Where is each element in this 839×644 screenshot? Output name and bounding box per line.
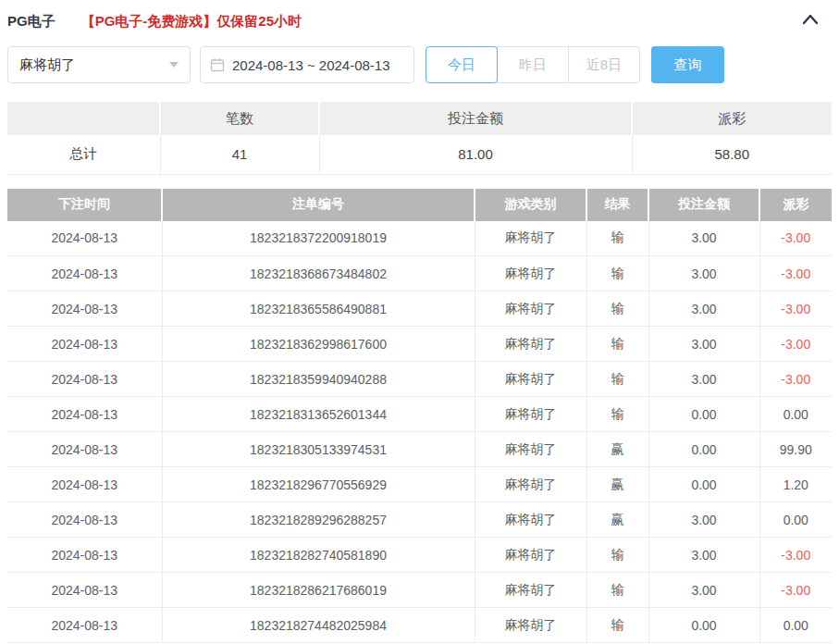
- cell-bet-amount: 0.00: [648, 397, 759, 432]
- cell-result: 输: [586, 573, 648, 608]
- records-table: 下注时间 注单编号 游戏类别 结果 投注金额 派彩 2024-08-131823…: [7, 189, 832, 644]
- promo-notice: 【PG电子-免费游戏】仅保留25小时: [81, 13, 302, 31]
- quick-button-last8days[interactable]: 近8日: [568, 46, 640, 83]
- panel-header: PG电子 【PG电子-免费游戏】仅保留25小时: [7, 0, 832, 39]
- summary-header-count: 笔数: [160, 102, 319, 135]
- cell-game-type: 麻将胡了: [475, 608, 586, 643]
- cell-order-no: 1823218282740581890: [162, 538, 475, 573]
- cell-bet-amount: 3.00: [648, 538, 759, 573]
- cell-order-no: 1823218305133974531: [162, 432, 475, 467]
- cell-bet-time: 2024-08-13: [7, 432, 162, 467]
- cell-bet-amount: 3.00: [648, 362, 759, 397]
- table-row: 2024-08-131823218274482025984麻将胡了输0.000.…: [7, 608, 832, 643]
- cell-result: 输: [586, 291, 648, 327]
- cell-payout: 0.00: [759, 608, 832, 643]
- cell-game-type: 麻将胡了: [475, 221, 586, 256]
- col-header-bet-amount: 投注金额: [648, 189, 759, 221]
- cell-payout: 99.90: [759, 432, 832, 467]
- summary-header-blank: [7, 102, 160, 135]
- cell-bet-time: 2024-08-13: [7, 573, 162, 608]
- cell-payout: -3.00: [759, 256, 832, 291]
- cell-payout: 0.00: [759, 397, 832, 432]
- cell-result: 输: [586, 327, 648, 362]
- summary-table: 笔数 投注金额 派彩 总计 41 81.00 58.80: [7, 102, 832, 175]
- summary-total-row: 总计 41 81.00 58.80: [7, 135, 832, 174]
- panel-title: PG电子: [7, 13, 56, 31]
- cell-bet-time: 2024-08-13: [7, 397, 162, 432]
- cell-payout: -3.00: [759, 573, 832, 608]
- cell-order-no: 1823218313652601344: [162, 397, 475, 432]
- cell-result: 输: [586, 397, 648, 432]
- cell-order-no: 1823218362998617600: [162, 327, 475, 362]
- quick-range-group: 今日 昨日 近8日: [426, 46, 640, 83]
- quick-button-today[interactable]: 今日: [426, 46, 498, 83]
- table-row: 2024-08-131823218289296288257麻将胡了赢3.000.…: [7, 502, 832, 538]
- calendar-icon: [210, 57, 225, 72]
- report-panel: PG电子 【PG电子-免费游戏】仅保留25小时 麻将胡了 2024-08-13 …: [0, 0, 839, 644]
- cell-game-type: 麻将胡了: [475, 397, 586, 432]
- cell-game-type: 麻将胡了: [475, 327, 586, 362]
- cell-order-no: 1823218365586490881: [162, 291, 475, 327]
- cell-payout: -3.00: [759, 362, 832, 397]
- cell-bet-amount: 3.00: [648, 502, 759, 538]
- collapse-button[interactable]: [798, 7, 822, 31]
- cell-result: 输: [586, 256, 648, 291]
- cell-order-no: 1823218296770556929: [162, 467, 475, 502]
- table-row: 2024-08-131823218372200918019麻将胡了输3.00-3…: [7, 221, 832, 256]
- quick-button-yesterday[interactable]: 昨日: [497, 46, 569, 83]
- cell-payout: -3.00: [759, 221, 832, 256]
- game-select[interactable]: 麻将胡了: [7, 46, 191, 83]
- game-select-value: 麻将胡了: [19, 56, 75, 74]
- filter-bar: 麻将胡了 2024-08-13 ~ 2024-08-13 今日 昨日 近8日 查…: [7, 46, 832, 83]
- date-range-picker[interactable]: 2024-08-13 ~ 2024-08-13: [200, 46, 414, 83]
- cell-payout: -3.00: [759, 327, 832, 362]
- cell-order-no: 1823218274482025984: [162, 608, 475, 643]
- table-row: 2024-08-131823218359940940288麻将胡了输3.00-3…: [7, 362, 832, 397]
- cell-bet-time: 2024-08-13: [7, 327, 162, 362]
- col-header-result: 结果: [586, 189, 648, 221]
- cell-payout: -3.00: [759, 291, 832, 327]
- cell-game-type: 麻将胡了: [475, 538, 586, 573]
- cell-game-type: 麻将胡了: [475, 256, 586, 291]
- cell-order-no: 1823218286217686019: [162, 573, 475, 608]
- cell-bet-amount: 3.00: [648, 327, 759, 362]
- table-row: 2024-08-131823218362998617600麻将胡了输3.00-3…: [7, 327, 832, 362]
- cell-result: 输: [586, 221, 648, 256]
- cell-bet-time: 2024-08-13: [7, 362, 162, 397]
- table-row: 2024-08-131823218313652601344麻将胡了输0.000.…: [7, 397, 832, 432]
- summary-header-row: 笔数 投注金额 派彩: [7, 102, 832, 135]
- cell-order-no: 1823218368673484802: [162, 256, 475, 291]
- summary-total-payout: 58.80: [632, 135, 832, 174]
- table-row: 2024-08-131823218282740581890麻将胡了输3.00-3…: [7, 538, 832, 573]
- cell-payout: -3.00: [759, 538, 832, 573]
- cell-bet-amount: 3.00: [648, 291, 759, 327]
- cell-game-type: 麻将胡了: [475, 362, 586, 397]
- records-body: 2024-08-131823218372200918019麻将胡了输3.00-3…: [7, 221, 832, 643]
- cell-result: 赢: [586, 467, 648, 502]
- cell-order-no: 1823218359940940288: [162, 362, 475, 397]
- col-header-payout: 派彩: [759, 189, 832, 221]
- summary-total-label: 总计: [7, 135, 160, 174]
- cell-game-type: 麻将胡了: [475, 291, 586, 327]
- cell-bet-amount: 0.00: [648, 467, 759, 502]
- date-range-value: 2024-08-13 ~ 2024-08-13: [232, 57, 390, 73]
- cell-result: 输: [586, 538, 648, 573]
- cell-result: 输: [586, 608, 648, 643]
- cell-game-type: 麻将胡了: [475, 502, 586, 538]
- col-header-bet-time: 下注时间: [7, 189, 162, 221]
- cell-bet-time: 2024-08-13: [7, 256, 162, 291]
- cell-bet-amount: 0.00: [648, 608, 759, 643]
- table-row: 2024-08-131823218305133974531麻将胡了赢0.0099…: [7, 432, 832, 467]
- cell-bet-amount: 0.00: [648, 432, 759, 467]
- col-header-game-type: 游戏类别: [475, 189, 586, 221]
- cell-bet-amount: 3.00: [648, 256, 759, 291]
- query-button[interactable]: 查询: [651, 46, 724, 83]
- table-row: 2024-08-131823218286217686019麻将胡了输3.00-3…: [7, 573, 832, 608]
- summary-header-payout: 派彩: [632, 102, 832, 135]
- cell-bet-amount: 3.00: [648, 221, 759, 256]
- cell-result: 赢: [586, 432, 648, 467]
- table-row: 2024-08-131823218368673484802麻将胡了输3.00-3…: [7, 256, 832, 291]
- cell-order-no: 1823218289296288257: [162, 502, 475, 538]
- cell-bet-time: 2024-08-13: [7, 291, 162, 327]
- cell-bet-time: 2024-08-13: [7, 467, 162, 502]
